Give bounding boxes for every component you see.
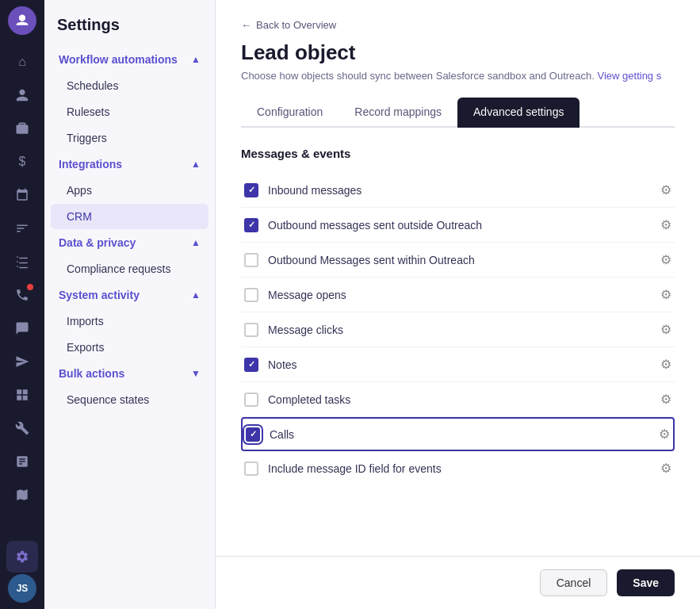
nav-settings-icon[interactable] [6, 541, 38, 573]
gear-message-opens-icon[interactable]: ⚙ [660, 287, 671, 302]
nav-item-sequence-states[interactable]: Sequence states [51, 387, 208, 412]
bulk-actions-section-header[interactable]: Bulk actions ▼ [51, 361, 208, 386]
back-arrow-icon: ← [241, 19, 251, 31]
nav-item-schedules[interactable]: Schedules [51, 73, 208, 98]
checkbox-inbound-messages[interactable] [244, 183, 258, 197]
data-privacy-section-header[interactable]: Data & privacy ▲ [51, 230, 208, 255]
gear-include-message-id-icon[interactable]: ⚙ [660, 461, 671, 476]
nav-send-icon[interactable] [6, 346, 38, 377]
nav-briefcase-icon[interactable] [6, 113, 38, 144]
checkbox-include-message-id[interactable] [244, 462, 258, 476]
nav-people-icon[interactable] [6, 79, 38, 111]
gear-completed-tasks-icon[interactable]: ⚙ [660, 392, 671, 407]
nav-calendar-icon[interactable] [6, 179, 38, 211]
integrations-chevron-icon: ▲ [191, 159, 201, 170]
label-outbound-within: Outbound Messages sent within Outreach [268, 254, 475, 266]
workflow-section-header[interactable]: Workflow automations ▲ [51, 47, 208, 72]
data-privacy-section: Data & privacy ▲ Compliance requests [44, 230, 215, 282]
svg-point-0 [19, 15, 25, 21]
save-button[interactable]: Save [617, 569, 675, 596]
nav-item-compliance[interactable]: Compliance requests [51, 256, 208, 282]
main-content: ← Back to Overview Lead object Choose ho… [216, 0, 700, 609]
svg-rect-1 [17, 389, 21, 394]
label-notes: Notes [268, 358, 297, 371]
checkbox-row-message-opens: Message opens ⚙ [241, 278, 675, 312]
checkbox-row-calls: Calls ⚙ [241, 417, 675, 451]
nav-map-icon[interactable] [6, 479, 38, 511]
back-to-overview-link[interactable]: ← Back to Overview [241, 19, 675, 31]
gear-calls-icon[interactable]: ⚙ [659, 427, 670, 442]
system-activity-chevron-icon: ▲ [191, 289, 201, 301]
checkbox-row-inbound-messages: Inbound messages ⚙ [241, 173, 675, 208]
nav-lists-icon[interactable] [6, 246, 38, 278]
checkbox-row-completed-tasks: Completed tasks ⚙ [241, 382, 675, 417]
checkbox-list: Inbound messages ⚙ Outbound messages sen… [241, 173, 675, 485]
nav-item-exports[interactable]: Exports [51, 335, 208, 360]
nav-item-triggers[interactable]: Triggers [51, 125, 208, 151]
content-area: ← Back to Overview Lead object Choose ho… [216, 0, 700, 556]
gear-outbound-outside-icon[interactable]: ⚙ [660, 217, 671, 232]
nav-dollar-icon[interactable]: $ [6, 146, 38, 178]
workflow-chevron-icon: ▲ [191, 54, 201, 65]
svg-rect-3 [17, 396, 21, 400]
bulk-actions-section: Bulk actions ▼ Sequence states [44, 361, 215, 413]
label-message-clicks: Message clicks [268, 324, 343, 336]
checkbox-message-opens[interactable] [244, 288, 258, 302]
label-calls: Calls [270, 428, 294, 441]
label-include-message-id: Include message ID field for events [268, 462, 442, 475]
nav-phone-icon[interactable] [6, 279, 38, 311]
tab-record-mappings[interactable]: Record mappings [339, 98, 457, 128]
integrations-section-header[interactable]: Integrations ▲ [51, 151, 208, 177]
nav-snippets-icon[interactable] [6, 379, 38, 411]
tab-bar: Configuration Record mappings Advanced s… [241, 98, 675, 128]
nav-home-icon[interactable]: ⌂ [6, 46, 38, 78]
phone-badge [27, 284, 33, 290]
settings-title: Settings [44, 0, 215, 47]
nav-item-apps[interactable]: Apps [51, 178, 208, 203]
checkbox-row-include-message-id: Include message ID field for events ⚙ [241, 451, 675, 485]
cancel-button[interactable]: Cancel [540, 569, 608, 596]
svg-rect-4 [23, 396, 28, 400]
checkbox-outbound-outside[interactable] [244, 218, 258, 232]
nav-sequences-icon[interactable] [6, 213, 38, 244]
checkbox-calls[interactable] [246, 427, 260, 442]
checkbox-notes[interactable] [244, 358, 258, 372]
user-avatar[interactable]: JS [8, 574, 36, 603]
label-outbound-outside: Outbound messages sent outside Outreach [268, 219, 482, 232]
app-logo [8, 6, 36, 35]
nav-tools-icon[interactable] [6, 412, 38, 444]
bulk-actions-chevron-icon: ▼ [191, 368, 201, 379]
nav-item-rulesets[interactable]: Rulesets [51, 99, 208, 124]
gear-message-clicks-icon[interactable]: ⚙ [660, 322, 671, 337]
gear-notes-icon[interactable]: ⚙ [660, 357, 671, 372]
page-subtitle: Choose how objects should sync between S… [241, 70, 675, 82]
nav-analytics-icon[interactable] [6, 446, 38, 477]
gear-inbound-messages-icon[interactable]: ⚙ [660, 182, 671, 197]
integrations-section: Integrations ▲ Apps CRM [44, 151, 215, 230]
tab-configuration[interactable]: Configuration [241, 98, 339, 128]
gear-outbound-within-icon[interactable]: ⚙ [660, 252, 671, 267]
icon-sidebar: ⌂ $ JS [0, 0, 44, 609]
workflow-section: Workflow automations ▲ Schedules Ruleset… [44, 47, 215, 151]
nav-chat-icon[interactable] [6, 312, 38, 344]
tab-advanced-settings[interactable]: Advanced settings [457, 98, 580, 128]
footer-bar: Cancel Save [216, 556, 700, 609]
checkbox-completed-tasks[interactable] [244, 393, 258, 407]
label-inbound-messages: Inbound messages [268, 184, 361, 197]
system-activity-section-header[interactable]: System activity ▲ [51, 282, 208, 308]
data-privacy-chevron-icon: ▲ [191, 237, 201, 248]
label-message-opens: Message opens [268, 289, 346, 301]
svg-rect-2 [23, 389, 28, 394]
nav-item-imports[interactable]: Imports [51, 308, 208, 334]
view-getting-started-link[interactable]: View getting s [598, 70, 662, 82]
label-completed-tasks: Completed tasks [268, 393, 350, 406]
checkbox-row-outbound-within: Outbound Messages sent within Outreach ⚙ [241, 243, 675, 278]
checkbox-outbound-within[interactable] [244, 253, 258, 267]
nav-item-crm[interactable]: CRM [51, 204, 208, 229]
page-title: Lead object [241, 40, 675, 65]
checkbox-message-clicks[interactable] [244, 323, 258, 337]
system-activity-section: System activity ▲ Imports Exports [44, 282, 215, 361]
left-navigation: Settings Workflow automations ▲ Schedule… [44, 0, 216, 609]
messages-events-title: Messages & events [241, 147, 675, 160]
checkbox-row-outbound-outside: Outbound messages sent outside Outreach … [241, 208, 675, 243]
